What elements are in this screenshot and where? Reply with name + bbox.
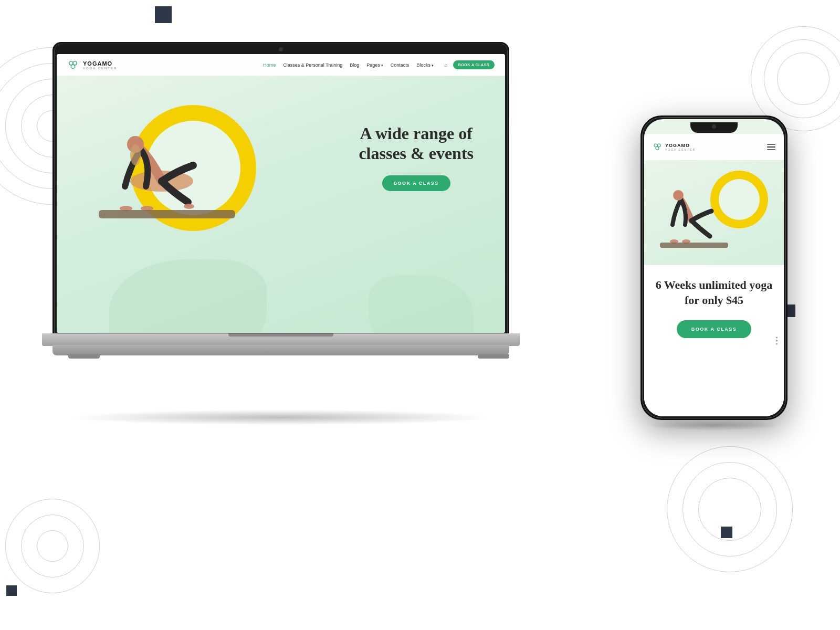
decorative-square (721, 527, 732, 538)
svg-rect-9 (99, 210, 235, 218)
phone-mute-button (640, 164, 642, 179)
nav-book-button[interactable]: BOOK A CLASS (453, 60, 495, 69)
phone-screen: YOGAMO YOGA CENTER (644, 119, 784, 416)
laptop-device: YOGAMO YOGA CENTER Home Classes & Person… (52, 42, 525, 410)
hero-blob-1 (109, 259, 267, 333)
phone-camera (712, 124, 716, 129)
hero-text-block: A wide range of classes & events BOOK A … (359, 123, 474, 191)
nav-home[interactable]: Home (263, 62, 276, 68)
svg-point-5 (130, 144, 141, 165)
phone-shadow (646, 420, 782, 430)
option-dot-3 (776, 343, 778, 345)
decorative-square (6, 585, 17, 596)
yoga-figure (83, 87, 240, 239)
hero-book-button[interactable]: BOOK A CLASS (382, 175, 450, 191)
hero-blob-2 (369, 275, 474, 333)
option-dot-1 (776, 337, 778, 339)
svg-point-2 (71, 65, 75, 68)
laptop-navbar: YOGAMO YOGA CENTER Home Classes & Person… (57, 54, 505, 76)
menu-line-1 (767, 144, 775, 145)
phone-frame: YOGAMO YOGA CENTER (640, 116, 788, 420)
circle-ring (21, 514, 84, 578)
phone-logo: YOGAMO YOGA CENTER (653, 142, 696, 152)
circle-ring (764, 39, 840, 118)
nav-contacts[interactable]: Contacts (391, 62, 410, 68)
laptop-screen-frame: YOGAMO YOGA CENTER Home Classes & Person… (52, 42, 509, 336)
nav-classes[interactable]: Classes & Personal Training (283, 62, 342, 68)
nav-pages[interactable]: Pages (366, 62, 383, 68)
circle-ring (777, 52, 830, 105)
phone-logo-icon (653, 142, 662, 152)
circle-ring (698, 478, 761, 541)
circle-ring (37, 530, 68, 562)
circle-ring (5, 499, 100, 593)
svg-point-13 (673, 190, 684, 201)
hero-title: A wide range of classes & events (359, 123, 474, 164)
hero-title-line1: A wide range of (360, 124, 472, 143)
phone-hero-image (644, 160, 784, 265)
laptop-foot-left (68, 354, 100, 359)
circle-ring (682, 462, 777, 556)
hero-title-line2: classes & events (359, 144, 474, 163)
laptop-foot-right (478, 354, 509, 359)
laptop-bottom (52, 345, 509, 355)
phone-brand-name: YOGAMO (665, 143, 696, 148)
yogamo-logo-icon (67, 59, 79, 71)
phone-promo-title: 6 Weeks unlimited yoga for only $45 (655, 278, 773, 308)
laptop-hinge (228, 333, 333, 337)
laptop-nav-logo: YOGAMO YOGA CENTER (67, 59, 117, 71)
logo-text-group: YOGAMO YOGA CENTER (83, 60, 117, 70)
laptop-hero-section: A wide range of classes & events BOOK A … (57, 76, 505, 333)
svg-point-12 (656, 146, 659, 150)
phone-subtitle: YOGA CENTER (665, 148, 696, 151)
option-dot-2 (776, 340, 778, 342)
menu-line-3 (767, 149, 775, 150)
logo-subtitle: YOGA CENTER (83, 67, 117, 70)
circle-group-bottom-left (0, 494, 105, 598)
phone-device: YOGAMO YOGA CENTER (640, 116, 788, 420)
nav-search-icon[interactable]: ⌕ (444, 62, 448, 68)
circle-group-right-bottom (662, 441, 798, 578)
circle-ring (667, 446, 793, 572)
phone-content-block: 6 Weeks unlimited yoga for only $45 BOOK… (644, 265, 784, 416)
phone-yoga-figure (649, 165, 733, 260)
laptop-base (42, 333, 520, 346)
phone-power-button (786, 180, 788, 212)
phone-navbar: YOGAMO YOGA CENTER (644, 134, 784, 160)
svg-rect-16 (660, 243, 728, 248)
decorative-square (155, 6, 172, 23)
menu-line-2 (767, 146, 775, 148)
laptop-screen: YOGAMO YOGA CENTER Home Classes & Person… (57, 54, 505, 333)
logo-brand-name: YOGAMO (83, 60, 117, 67)
laptop-nav-menu: Home Classes & Personal Training Blog Pa… (263, 62, 434, 68)
nav-blocks[interactable]: Blocks (416, 62, 433, 68)
phone-logo-text: YOGAMO YOGA CENTER (665, 143, 696, 151)
laptop-shadow (68, 410, 494, 425)
phone-hamburger-menu[interactable] (767, 144, 775, 150)
phone-book-button[interactable]: BOOK A CLASS (677, 320, 751, 338)
phone-volume-up-button (640, 184, 642, 205)
phone-volume-down-button (640, 211, 642, 232)
laptop-camera (279, 47, 283, 51)
nav-blog[interactable]: Blog (350, 62, 359, 68)
svg-point-8 (184, 204, 194, 209)
phone-options-menu[interactable] (776, 337, 778, 345)
